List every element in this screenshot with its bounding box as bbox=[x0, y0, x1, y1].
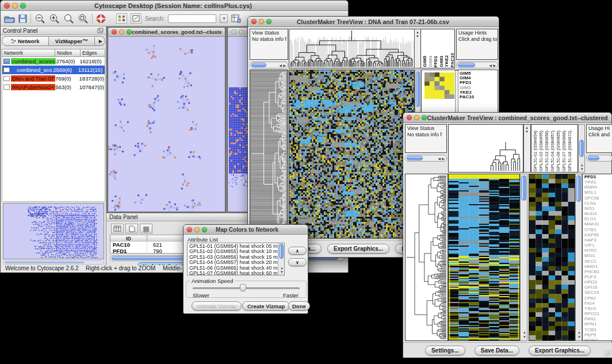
scroll-down-icon[interactable]: ▼ bbox=[416, 35, 419, 38]
zoom-button[interactable] bbox=[20, 3, 26, 9]
gene-label[interactable]: GTB1 bbox=[584, 227, 612, 232]
gene-label[interactable]: PEP5 bbox=[584, 332, 612, 338]
gene-list-scrollbar[interactable]: ▲ ▼ bbox=[575, 174, 582, 341]
row-dendrogram-panel[interactable] bbox=[250, 70, 288, 239]
column-header-nodes[interactable]: Nodes bbox=[55, 49, 81, 56]
gene-label[interactable]: MAK31 bbox=[584, 221, 612, 227]
save-session-icon[interactable] bbox=[18, 14, 27, 23]
zoom-fit-icon[interactable] bbox=[78, 14, 89, 24]
scroll-up-icon[interactable]: ▲ bbox=[280, 266, 284, 270]
treeview-action-button[interactable]: Save Data... bbox=[475, 346, 519, 355]
scrollbar-thumb[interactable] bbox=[416, 71, 420, 107]
attribute-list-item[interactable]: GPL51-07 (GSM868) heat shock 60 min bbox=[189, 271, 284, 275]
scroll-up-icon[interactable]: ▲ bbox=[523, 331, 526, 334]
scrollbar-thumb[interactable] bbox=[5, 262, 85, 263]
vizmapper-icon[interactable] bbox=[116, 13, 127, 24]
gene-label[interactable]: RPN1 bbox=[584, 321, 612, 327]
network-list-row[interactable]: combined_scores 2764(0) 16218(0) bbox=[2, 57, 105, 66]
move-down-button[interactable]: ∨ bbox=[288, 258, 307, 266]
gene-label[interactable]: PUF3 bbox=[584, 274, 612, 279]
gene-label[interactable]: BUD4 bbox=[584, 211, 612, 216]
treeview-action-button[interactable]: Export Graphics... bbox=[327, 244, 389, 254]
network-list-row[interactable]: DNA and Tran 07 769(0) 183728(0) bbox=[2, 74, 105, 83]
gene-label[interactable]: HRD3 bbox=[584, 279, 612, 285]
create-vizmap-button[interactable]: Create Vizmap bbox=[242, 301, 290, 311]
scrollbar-thumb[interactable] bbox=[279, 244, 284, 259]
gene-label[interactable]: SEC24 bbox=[584, 290, 612, 295]
minimize-button[interactable] bbox=[12, 3, 18, 9]
animation-speed-slider[interactable] bbox=[193, 288, 300, 289]
network-list-row[interactable]: combined_sco 2569(6) 13112(15) bbox=[2, 66, 105, 74]
done-button[interactable]: Done bbox=[288, 301, 310, 311]
usage-hints-scrollbar[interactable]: ◀ ▶ bbox=[456, 62, 498, 68]
dialog-titlebar[interactable]: Map Colors to Network bbox=[183, 225, 308, 235]
resize-grip[interactable] bbox=[604, 350, 611, 357]
main-window-titlebar[interactable]: Cytoscape Desktop (Session Name: collins… bbox=[1, 1, 348, 11]
treeview2-titlebar[interactable]: ClusterMaker TreeView : combined_scores_… bbox=[403, 113, 611, 123]
attribute-table-icon[interactable] bbox=[111, 224, 124, 233]
scroll-down-icon[interactable]: ▼ bbox=[580, 167, 584, 171]
heatmap-vertical-scrollbar[interactable]: ▲ ▼ bbox=[520, 174, 527, 341]
summary-heatmap[interactable] bbox=[424, 72, 454, 99]
listbox-scrollbar[interactable]: ▲ ▼ bbox=[278, 243, 284, 275]
gene-label[interactable]: RNR4 bbox=[584, 185, 612, 190]
close-button[interactable] bbox=[251, 19, 257, 24]
tab-overflow-icon[interactable]: ▶ bbox=[95, 36, 105, 46]
id-column-header[interactable]: ID bbox=[110, 235, 147, 241]
zoom-in-icon[interactable] bbox=[49, 14, 60, 24]
gene-label[interactable]: NIS1 bbox=[584, 206, 612, 211]
scrollbar-thumb[interactable] bbox=[588, 156, 599, 160]
gene-label[interactable]: PHO81 bbox=[584, 269, 612, 274]
scrollbar-thumb[interactable] bbox=[251, 63, 266, 67]
search-input[interactable] bbox=[168, 14, 216, 23]
scroll-up-icon[interactable]: ▲ bbox=[416, 30, 419, 34]
gene-label[interactable]: HAP3 bbox=[584, 237, 612, 243]
help-lifesaver-icon[interactable] bbox=[96, 14, 106, 24]
zoom-button[interactable] bbox=[127, 29, 132, 35]
scroll-up-icon[interactable]: ▲ bbox=[580, 163, 584, 167]
slider-thumb[interactable] bbox=[240, 284, 246, 292]
move-up-button[interactable]: ∧ bbox=[288, 247, 307, 255]
gene-label[interactable]: PAN1 bbox=[584, 316, 612, 321]
animate-vizmap-button[interactable]: Animate Vizmap bbox=[192, 301, 242, 311]
treeview-action-button[interactable]: Export Graphics... bbox=[529, 346, 591, 355]
scroll-left-icon[interactable]: ◀ bbox=[279, 64, 282, 67]
attribute-browser-icon[interactable] bbox=[231, 14, 241, 23]
column-labels-scrollbar[interactable]: ▲ ▼ bbox=[578, 124, 585, 173]
column-dendrogram-panel[interactable] bbox=[448, 124, 523, 173]
scroll-right-icon[interactable]: ▶ bbox=[283, 64, 286, 67]
column-dendrogram-panel[interactable] bbox=[289, 29, 415, 68]
delete-attribute-icon[interactable] bbox=[140, 224, 152, 233]
tab-network[interactable]: Network bbox=[2, 36, 49, 46]
gene-label[interactable]: ELG1 bbox=[584, 216, 612, 221]
annotation-icon[interactable] bbox=[131, 13, 141, 24]
gene-label[interactable]: GPI16 bbox=[584, 285, 612, 290]
gene-label[interactable]: MSI1 bbox=[584, 253, 612, 258]
gene-label[interactable]: SEC1 bbox=[584, 259, 612, 264]
gene-label[interactable]: FIG4 bbox=[584, 301, 612, 306]
control-panel-scrollbar[interactable] bbox=[3, 260, 104, 265]
scroll-down-icon[interactable]: ▼ bbox=[577, 335, 581, 339]
scrollbar-thumb[interactable] bbox=[579, 140, 584, 157]
zoom-out-icon[interactable] bbox=[35, 14, 45, 24]
gene-label[interactable]: MSL1 bbox=[584, 190, 612, 195]
minimize-button[interactable] bbox=[239, 29, 244, 35]
network-canvas[interactable] bbox=[108, 37, 225, 212]
gene-label[interactable]: NTR2 bbox=[584, 248, 612, 253]
search-dropdown-icon[interactable]: ▼ bbox=[220, 14, 228, 23]
new-attribute-icon[interactable] bbox=[125, 224, 138, 233]
close-button[interactable] bbox=[4, 3, 10, 9]
gene-label[interactable]: VIP1 bbox=[584, 243, 612, 248]
gene-label[interactable]: PFD1 bbox=[584, 174, 612, 179]
minimize-button[interactable] bbox=[414, 115, 419, 120]
gene-label[interactable]: TCB3 bbox=[584, 327, 612, 332]
zoom-heatmap-panel[interactable] bbox=[529, 174, 575, 341]
gene-label[interactable]: CLN1 bbox=[584, 201, 612, 206]
treeview1-titlebar[interactable]: ClusterMaker TreeView : DNA and Tran 07-… bbox=[248, 17, 499, 27]
column-header-network[interactable]: Network bbox=[2, 49, 55, 56]
zoom-selected-icon[interactable] bbox=[63, 14, 74, 24]
scroll-right-icon[interactable]: ▶ bbox=[442, 157, 445, 160]
treeview-action-button[interactable]: Settings... bbox=[425, 346, 465, 355]
scroll-left-icon[interactable]: ◀ bbox=[438, 157, 441, 160]
view-status-scrollbar[interactable]: ◀ ▶ bbox=[250, 62, 288, 68]
